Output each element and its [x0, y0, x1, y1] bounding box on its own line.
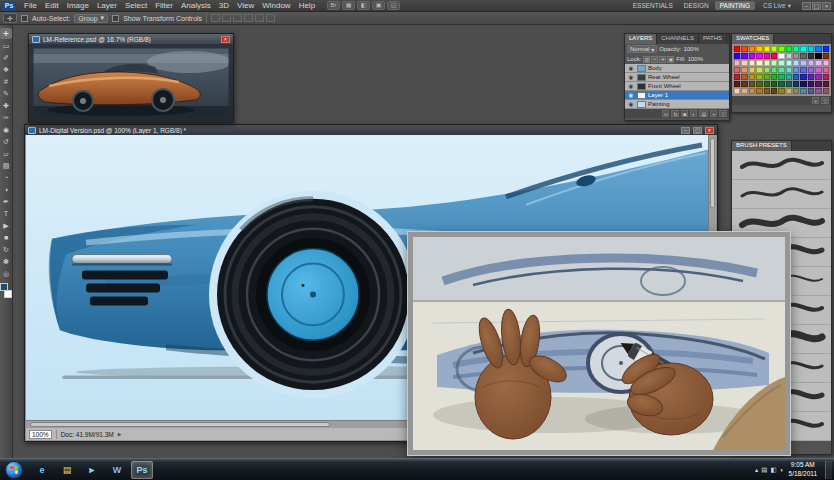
color-swatch[interactable] [771, 46, 777, 52]
start-button[interactable] [5, 461, 23, 479]
panel-tab-swatches[interactable]: SWATCHES [732, 34, 774, 44]
layers-footer-icon[interactable]: ▽ [719, 110, 727, 117]
align-middle-icon[interactable] [255, 14, 264, 22]
menu-item[interactable]: Layer [93, 1, 121, 10]
color-swatch[interactable] [778, 53, 784, 59]
minimize-document-button[interactable]: – [681, 127, 690, 134]
layer-row[interactable]: ◉ Rear Wheel [625, 73, 729, 82]
tool-button[interactable]: ✒ [0, 196, 12, 207]
tray-icon[interactable]: ◖ [780, 466, 784, 474]
color-swatch[interactable] [778, 74, 784, 80]
color-swatch[interactable] [808, 46, 814, 52]
color-swatch[interactable] [778, 88, 784, 94]
color-swatch[interactable] [741, 88, 747, 94]
main-window-titlebar[interactable]: LM-Digital Version.psd @ 100% (Layer 1, … [25, 125, 717, 135]
color-swatch[interactable] [778, 67, 784, 73]
color-swatch[interactable] [764, 88, 770, 94]
color-swatch[interactable] [756, 74, 762, 80]
color-swatch[interactable] [815, 46, 821, 52]
color-swatch[interactable] [734, 67, 740, 73]
color-swatch[interactable] [815, 88, 821, 94]
fill-value[interactable]: 100% [688, 56, 703, 62]
color-swatch[interactable] [800, 46, 806, 52]
visibility-eye-icon[interactable]: ◉ [627, 101, 635, 107]
tool-button[interactable]: ▶ [0, 220, 12, 231]
align-top-icon[interactable] [244, 14, 253, 22]
color-swatch[interactable] [764, 53, 770, 59]
color-swatch[interactable] [793, 46, 799, 52]
taskbar-icon[interactable]: Ps [131, 461, 153, 479]
color-swatch[interactable] [823, 46, 829, 52]
color-swatch[interactable] [749, 81, 755, 87]
blend-mode-dropdown[interactable]: Normal ▾ [627, 45, 657, 53]
zoom-level-field[interactable]: 100% [29, 430, 52, 439]
color-swatch[interactable] [771, 60, 777, 66]
tool-button[interactable]: ◉ [0, 124, 12, 135]
color-swatch[interactable] [764, 67, 770, 73]
tool-button[interactable]: ✑ [0, 112, 12, 123]
workspace-button[interactable]: ESSENTIALS [628, 1, 678, 10]
lock-icon[interactable]: ▧ [643, 56, 650, 63]
color-swatch[interactable] [756, 88, 762, 94]
color-swatch[interactable] [823, 88, 829, 94]
color-swatch[interactable] [808, 60, 814, 66]
tool-button[interactable]: ❖ [0, 64, 12, 75]
tool-button[interactable]: ↻ [0, 244, 12, 255]
menu-item[interactable]: Image [63, 1, 93, 10]
color-swatch[interactable] [793, 67, 799, 73]
color-swatch[interactable] [741, 60, 747, 66]
tool-button[interactable]: ✚ [0, 100, 12, 111]
color-swatch[interactable] [756, 81, 762, 87]
layers-footer-icon[interactable]: ◐ [690, 110, 697, 117]
layers-footer-icon[interactable]: ∞ [662, 110, 670, 117]
tool-button[interactable]: ▭ [0, 40, 12, 51]
background-color-swatch[interactable] [4, 290, 12, 298]
scrollbar-thumb[interactable] [30, 422, 330, 427]
color-swatch[interactable] [808, 53, 814, 59]
color-swatch[interactable] [815, 74, 821, 80]
layers-footer-icon[interactable]: fx [671, 110, 679, 117]
tool-button[interactable]: ✛ [0, 28, 12, 39]
appbar-icon[interactable]: ◱ [387, 1, 400, 10]
scrollbar-thumb[interactable] [710, 138, 715, 208]
brush-preset-item[interactable] [732, 151, 831, 180]
color-swatch[interactable] [734, 53, 740, 59]
taskbar-icon[interactable]: ► [81, 461, 103, 479]
tool-button[interactable]: ■ [0, 232, 12, 243]
tool-button[interactable]: ✐ [0, 52, 12, 63]
color-swatch[interactable] [749, 67, 755, 73]
color-swatch[interactable] [756, 53, 762, 59]
color-swatch[interactable] [741, 74, 747, 80]
visibility-eye-icon[interactable]: ◉ [627, 83, 635, 89]
layer-row[interactable]: ◉ Front Wheel [625, 82, 729, 91]
color-swatch[interactable] [749, 46, 755, 52]
menu-item[interactable]: 3D [215, 1, 233, 10]
color-swatch[interactable] [823, 53, 829, 59]
color-swatch[interactable] [793, 88, 799, 94]
layers-footer-icon[interactable]: + [710, 110, 717, 117]
align-right-icon[interactable] [233, 14, 242, 22]
tool-button[interactable]: # [0, 76, 12, 87]
color-swatch[interactable] [786, 81, 792, 87]
menu-item[interactable]: Select [121, 1, 151, 10]
panel-tab[interactable]: CHANNELS [657, 34, 699, 44]
panel-tab-brush-presets[interactable]: BRUSH PRESETS [732, 141, 792, 151]
workspace-button[interactable]: PAINTING [715, 1, 755, 10]
maximize-document-button[interactable]: ▢ [693, 127, 702, 134]
close-document-button[interactable]: × [221, 36, 230, 43]
auto-select-checkbox[interactable] [21, 15, 28, 22]
color-swatch[interactable] [793, 53, 799, 59]
color-swatch[interactable] [800, 60, 806, 66]
color-swatch[interactable] [815, 53, 821, 59]
close-button[interactable]: × [822, 2, 831, 10]
tool-button[interactable]: ▱ [0, 148, 12, 159]
auto-select-mode-dropdown[interactable]: Group ▾ [74, 14, 108, 23]
tray-icon[interactable]: ▤ [761, 466, 767, 474]
align-center-icon[interactable] [222, 14, 231, 22]
tool-button[interactable]: ◔ [0, 172, 12, 183]
color-swatch[interactable] [734, 81, 740, 87]
menu-item[interactable]: File [20, 1, 41, 10]
color-swatch[interactable] [808, 74, 814, 80]
color-swatch[interactable] [823, 74, 829, 80]
color-swatch[interactable] [778, 46, 784, 52]
